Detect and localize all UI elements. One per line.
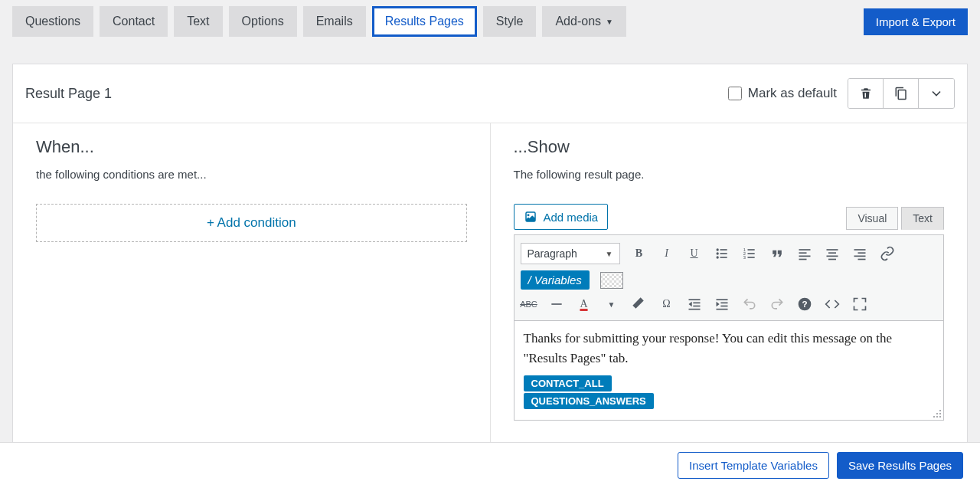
editor-toolbar: Paragraph ▼ B I U 123 [514, 234, 945, 321]
svg-marker-34 [716, 302, 719, 307]
special-character-button[interactable]: Ω [658, 296, 675, 313]
tab-emails[interactable]: Emails [303, 6, 366, 37]
tab-style[interactable]: Style [483, 6, 537, 37]
variable-tag-contact-all[interactable]: CONTACT_ALL [524, 375, 612, 391]
add-condition-button[interactable]: + Add condition [36, 204, 467, 242]
insert-template-variables-button[interactable]: Insert Template Variables [678, 452, 829, 479]
undo-icon [742, 296, 757, 312]
svg-rect-26 [693, 303, 700, 304]
editor-tab-visual[interactable]: Visual [846, 207, 898, 230]
tab-addons-label: Add-ons [555, 15, 601, 28]
import-export-button[interactable]: Import & Export [864, 8, 968, 35]
show-sub: The following result page. [514, 168, 945, 181]
svg-point-0 [716, 248, 718, 251]
outdent-icon [687, 296, 702, 312]
mark-default-label: Mark as default [748, 86, 837, 101]
svg-rect-9 [747, 253, 754, 254]
editor-content-area[interactable]: Thanks for submitting your response! You… [514, 321, 944, 420]
delete-button[interactable] [848, 79, 884, 108]
bullet-list-icon [714, 246, 730, 261]
mark-default-checkbox[interactable] [728, 87, 742, 100]
editor-top-row: Add media Visual Text [514, 204, 945, 230]
svg-marker-29 [688, 302, 691, 307]
tab-contact[interactable]: Contact [100, 6, 168, 37]
svg-rect-21 [858, 252, 865, 254]
italic-button[interactable]: I [658, 245, 675, 262]
toolbar-row-1b: / Variables [521, 267, 938, 293]
mark-default[interactable]: Mark as default [728, 86, 837, 101]
svg-rect-23 [858, 259, 865, 260]
text-color-dropdown[interactable]: ▼ [603, 296, 620, 313]
svg-rect-18 [826, 256, 838, 257]
redo-button[interactable] [769, 296, 786, 313]
add-media-button[interactable]: Add media [514, 204, 609, 230]
editor-area-wrap: Thanks for submitting your response! You… [514, 321, 945, 421]
chevron-down-icon: ▼ [606, 18, 613, 26]
align-left-button[interactable] [796, 245, 813, 262]
bold-button[interactable]: B [631, 245, 648, 262]
tab-bar: Questions Contact Text Options Emails Re… [0, 0, 980, 37]
save-results-pages-button[interactable]: Save Results Pages [837, 452, 963, 479]
link-button[interactable] [879, 245, 896, 262]
tab-addons[interactable]: Add-ons ▼ [542, 6, 626, 37]
clear-formatting-button[interactable] [631, 296, 648, 313]
undo-button[interactable] [741, 296, 758, 313]
align-center-button[interactable] [824, 245, 841, 262]
variable-tag-questions-answers[interactable]: QUESTIONS_ANSWERS [524, 393, 654, 409]
svg-rect-14 [799, 256, 810, 257]
underline-button[interactable]: U [686, 245, 703, 262]
tab-results-pages[interactable]: Results Pages [372, 6, 477, 37]
numbered-list-button[interactable]: 123 [741, 245, 758, 262]
align-left-icon [797, 246, 812, 261]
align-right-icon [852, 246, 867, 261]
tab-text[interactable]: Text [174, 6, 222, 37]
collapse-button[interactable] [919, 79, 954, 108]
svg-rect-27 [693, 306, 700, 307]
code-icon [825, 296, 840, 312]
svg-rect-3 [720, 253, 727, 254]
svg-point-42 [939, 416, 941, 418]
numbered-list-icon: 123 [742, 246, 757, 261]
svg-rect-32 [720, 306, 727, 307]
resize-handle-icon[interactable] [931, 408, 943, 420]
svg-rect-19 [828, 259, 836, 260]
result-page-card: Result Page 1 Mark as default [12, 64, 968, 444]
svg-rect-24 [551, 303, 561, 305]
tab-questions[interactable]: Questions [12, 6, 93, 37]
indent-button[interactable] [714, 296, 730, 313]
svg-point-41 [936, 416, 938, 418]
blockquote-button[interactable] [769, 245, 786, 262]
help-icon: ? [797, 296, 812, 312]
svg-rect-12 [799, 249, 810, 251]
svg-rect-30 [716, 299, 727, 300]
code-button[interactable] [824, 296, 841, 313]
tab-options[interactable]: Options [229, 6, 297, 37]
indent-icon [714, 296, 730, 312]
help-button[interactable]: ? [796, 296, 813, 313]
copy-icon [894, 87, 908, 100]
svg-point-40 [933, 416, 935, 418]
toolbar-row-2: ABC A ▼ Ω [521, 293, 938, 316]
variables-button[interactable]: / Variables [521, 270, 590, 290]
outdent-button[interactable] [686, 296, 703, 313]
editor-tab-text[interactable]: Text [901, 207, 944, 230]
redo-icon [769, 296, 785, 312]
svg-rect-33 [716, 309, 727, 310]
horizontal-rule-button[interactable] [548, 296, 565, 313]
show-heading: ...Show [514, 137, 945, 157]
align-right-button[interactable] [851, 245, 868, 262]
bullet-list-button[interactable] [714, 245, 730, 262]
when-sub: the following conditions are met... [36, 168, 467, 181]
format-select[interactable]: Paragraph ▼ [521, 243, 620, 264]
svg-point-37 [939, 410, 941, 411]
duplicate-button[interactable] [884, 79, 919, 108]
fullscreen-button[interactable] [851, 296, 868, 313]
chevron-down-icon: ▼ [606, 250, 613, 258]
text-color-button[interactable]: A [576, 296, 593, 313]
card-header-right: Mark as default [728, 78, 955, 109]
svg-rect-17 [828, 252, 836, 254]
when-heading: When... [36, 137, 467, 157]
strikethrough-button[interactable]: ABC [521, 296, 537, 313]
toolbar-row-1: Paragraph ▼ B I U 123 [521, 240, 938, 267]
background-color-swatch[interactable] [600, 272, 623, 289]
